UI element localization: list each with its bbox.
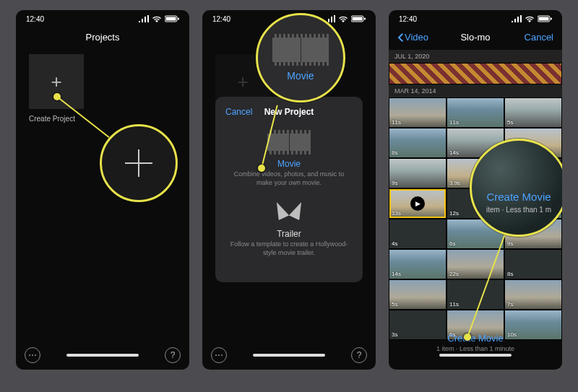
bottom-bar: ⋯ ? [16,341,189,370]
create-project-label: Create Project [29,115,189,123]
battery-icon [351,15,366,22]
more-icon[interactable]: ⋯ [25,347,40,363]
video-thumb[interactable]: 23s [504,158,562,188]
thumb-grid: 11s11s5s8s14s7s9s3.9s23s▶33s12s17s4s6s9s… [389,97,562,340]
video-thumb[interactable]: 7s [504,279,562,310]
movie-description: Combine videos, photos, and music to mak… [225,170,353,187]
video-thumb[interactable]: 9s [389,158,447,188]
signal-icon [325,15,335,22]
duration-label: 8s [507,271,513,277]
help-icon[interactable]: ? [351,347,367,363]
trailer-option[interactable]: Trailer Follow a template to create a Ho… [225,199,353,257]
status-indicators [512,15,552,22]
duration-label: 11s [392,119,401,126]
screen-projects: 12:40 Projects + Create Project ⋯ ? [16,10,189,370]
duration-label: 7s [507,149,513,156]
screen-new-project: 12:40 Projects + Cancel New Project Movi… [202,10,376,370]
duration-label: 23s [507,180,517,186]
video-thumb[interactable]: 11s [447,97,504,128]
video-thumb[interactable]: 5s [389,279,447,310]
status-bar: 12:40 [16,10,189,26]
wifi-icon [525,15,535,22]
duration-label: 6s [449,240,455,247]
status-time: 12:40 [399,15,417,23]
wifi-icon [338,15,348,22]
duration-label: 22s [449,271,459,277]
filmstrip-icon [267,130,311,154]
status-time: 12:40 [26,15,44,23]
video-thumb[interactable]: 22s [447,249,504,279]
chevron-left-icon [397,33,403,42]
video-thumb[interactable]: 7s [504,128,562,158]
wifi-icon [152,15,162,22]
duration-label: 9s [507,240,513,247]
signal-icon [139,15,149,22]
page-title: Slo-mo [460,32,490,43]
picker-header: Video Slo-mo Cancel [389,26,562,50]
duration-label: 14s [392,271,401,277]
status-bar: 12:40 [389,10,562,26]
status-indicators [325,15,366,22]
duration-label: 8s [392,149,397,156]
magnifier-plus [100,124,178,202]
duration-label: 3.9s [449,180,460,186]
duration-label: 5s [392,301,397,308]
header-projects: Projects [16,26,189,50]
svg-rect-4 [353,17,363,21]
duration-label: 11s [449,119,459,126]
svg-rect-1 [166,17,176,21]
video-thumb[interactable]: 5s [504,97,562,128]
video-thumb[interactable]: 4s [389,219,447,249]
svg-rect-5 [364,18,366,20]
video-thumb[interactable]: 12s [447,188,504,219]
cancel-button[interactable]: Cancel [225,107,252,117]
section-header: JUL 1, 2020 [389,50,562,63]
home-indicator [253,354,325,357]
duration-label: 17s [507,210,517,217]
duration-label: 9s [392,180,397,186]
duration-label: 14s [449,149,459,156]
status-bar: 12:40 [202,10,376,26]
video-thumb[interactable]: 11s [447,279,504,310]
video-thumb[interactable]: 11s [389,97,447,128]
new-project-sheet: Cancel New Project Movie Combine videos,… [215,97,363,282]
sheet-title: New Project [264,107,314,121]
duration-label: 7s [507,301,513,308]
duration-label: 5s [507,119,513,126]
trailer-description: Follow a template to create a Hollywood-… [225,240,353,257]
video-thumb[interactable]: 17s [504,188,562,219]
svg-rect-8 [551,18,552,20]
home-indicator [66,354,139,357]
bottom-bar: ⋯ ? [202,341,376,370]
video-thumb[interactable]: 14s [389,249,447,279]
video-thumb[interactable]: 6s [447,219,504,249]
page-title: Projects [86,32,120,43]
home-indicator [439,354,512,357]
battery-icon [165,15,179,22]
video-thumb[interactable]: ▶33s [389,188,447,219]
more-icon[interactable]: ⋯ [211,347,227,363]
video-thumb[interactable]: 8s [389,128,447,158]
movie-label: Movie [225,159,353,169]
cancel-button[interactable]: Cancel [525,32,553,43]
movie-option[interactable]: Movie Combine videos, photos, and music … [225,130,353,187]
video-thumb[interactable]: 14s [447,128,504,158]
video-thumb[interactable]: 9s [504,219,562,249]
screen-media-picker: 12:40 Video Slo-mo Cancel JUL 1, 2020 MA… [389,10,562,370]
create-project-tile[interactable]: + [29,54,84,109]
svg-rect-7 [539,17,549,21]
section-header: MAR 14, 2014 [389,84,562,97]
back-button[interactable]: Video [397,32,428,43]
video-thumb[interactable] [389,63,562,84]
duration-label: 11s [449,301,459,308]
video-thumb[interactable]: 8s [504,249,562,279]
svg-rect-2 [178,18,179,20]
trailer-label: Trailer [225,229,353,239]
duration-label: 12s [449,210,459,217]
plus-icon [119,144,158,183]
video-thumb[interactable]: 3.9s [447,158,504,188]
spotlight-icon [273,199,305,225]
duration-label: 4s [392,240,397,247]
help-icon[interactable]: ? [165,347,181,363]
status-time: 12:40 [212,15,230,23]
